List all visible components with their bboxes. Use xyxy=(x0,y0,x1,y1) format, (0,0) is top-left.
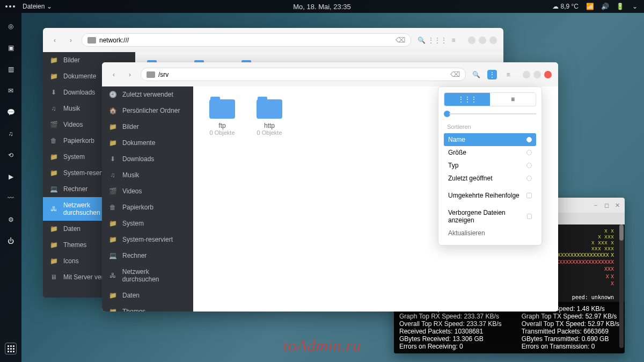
show-hidden-toggle[interactable]: Verborgene Dateien anzeigen xyxy=(444,206,536,227)
sort-option-größe[interactable]: Größe xyxy=(444,146,536,159)
close-button[interactable] xyxy=(544,71,552,78)
sidebar-item-label: Themes xyxy=(122,308,145,312)
nav-forward-button[interactable]: › xyxy=(65,35,76,46)
sort-option-name[interactable]: Name xyxy=(444,133,536,146)
sidebar-item-bilder[interactable]: 📁Bilder xyxy=(102,119,193,135)
sort-option-zuletzt geöffnet[interactable]: Zuletzt geöffnet xyxy=(444,172,536,185)
address-input[interactable] xyxy=(99,37,392,44)
app-menu[interactable]: Dateien ⌄ xyxy=(23,3,52,10)
grid-view-button[interactable]: ⋮⋮⋮ xyxy=(433,35,442,45)
dock-app-music[interactable]: ♫ xyxy=(6,129,16,139)
folder-icon: 📁 xyxy=(49,257,58,265)
clear-icon[interactable]: ⌫ xyxy=(396,36,405,44)
volume-icon[interactable]: 🔊 xyxy=(601,3,609,10)
sidebar-item-themes[interactable]: 📁Themes xyxy=(102,303,193,312)
dock-app-settings[interactable]: ⚙ xyxy=(6,215,16,225)
dock-app-monitor[interactable]: ▥ xyxy=(6,64,16,74)
reverse-order-toggle[interactable]: Umgekehrte Reihenfolge xyxy=(444,189,536,202)
sidebar-item-label: Netzwerk durchsuchen xyxy=(122,268,187,283)
dock-app-chat[interactable]: 💬 xyxy=(6,107,16,117)
minimize-button[interactable] xyxy=(523,71,530,78)
view-icon-button[interactable]: ⋮⋮⋮ xyxy=(444,93,490,106)
terminal-speed: peed: unknown xyxy=(572,294,614,300)
reload-action[interactable]: Aktualisieren xyxy=(444,227,536,240)
app-grid-button[interactable] xyxy=(5,343,17,354)
clock[interactable]: Mo, 18. Mai, 23:35 xyxy=(293,3,351,11)
sidebar-item-netzwerk-durchsuchen[interactable]: 🖧Netzwerk durchsuchen xyxy=(102,264,193,287)
address-bar[interactable]: ⌫ xyxy=(82,33,411,47)
chevron-down-icon: ⌄ xyxy=(47,3,52,10)
sidebar-item-label: Rechner xyxy=(63,185,87,193)
clock-icon: 🕘 xyxy=(108,91,117,98)
sidebar-item-daten[interactable]: 📁Daten xyxy=(102,287,193,303)
folder-icon: 📁 xyxy=(108,139,117,147)
dock-app-browser[interactable]: ◎ xyxy=(6,21,16,31)
nav-back-button[interactable]: ‹ xyxy=(49,35,60,46)
weather-indicator[interactable]: ☁ 8,9 °C xyxy=(552,3,579,10)
sidebar-item-downloads[interactable]: ⬇Downloads xyxy=(102,151,193,167)
menu-button[interactable]: ≡ xyxy=(503,70,513,79)
clear-icon[interactable]: ⌫ xyxy=(450,70,460,78)
sidebar-item-label: Videos xyxy=(63,121,83,128)
address-input[interactable] xyxy=(158,71,447,78)
maximize-button[interactable] xyxy=(533,71,541,78)
search-button[interactable]: 🔍 xyxy=(416,35,426,45)
folder-item[interactable]: ftp0 Objekte xyxy=(209,99,235,299)
sort-option-typ[interactable]: Typ xyxy=(444,159,536,172)
sidebar-item-zuletzt-verwendet[interactable]: 🕘Zuletzt verwendet xyxy=(102,86,193,103)
search-button[interactable]: 🔍 xyxy=(471,70,481,79)
dock-app-power[interactable]: ⏻ xyxy=(6,236,16,246)
sidebar-item-label: System xyxy=(63,153,85,161)
zoom-slider[interactable] xyxy=(444,111,536,117)
sidebar-item-musik[interactable]: ♫Musik xyxy=(102,167,193,183)
folder-icon: 📁 xyxy=(49,153,58,161)
minimize-button[interactable] xyxy=(468,37,475,44)
music-icon: ♫ xyxy=(108,171,117,179)
chevron-down-icon[interactable]: ⌄ xyxy=(631,3,639,10)
sidebar-item-papierkorb[interactable]: 🗑Papierkorb xyxy=(102,199,193,215)
folder-icon: 📁 xyxy=(108,308,117,312)
computer-icon: 💻 xyxy=(49,185,58,193)
dock-app-steam[interactable]: ⟲ xyxy=(6,150,16,160)
maximize-button[interactable]: ◻ xyxy=(603,202,610,208)
sidebar-item-label: Downloads xyxy=(122,155,154,163)
maximize-button[interactable] xyxy=(479,37,486,44)
close-button[interactable]: ✕ xyxy=(614,202,620,208)
files-window-front: ‹ › ⌫ 🔍 ⋮⋮⋮ ≡ 🕘Zuletzt verwendet🏠Persönl… xyxy=(102,62,558,312)
folder-item[interactable]: http0 Objekte xyxy=(257,99,282,299)
menu-button[interactable]: ≡ xyxy=(449,35,458,45)
nav-forward-button[interactable]: › xyxy=(125,69,135,80)
dock: ◎ ▣ ▥ ✉ 💬 ♫ ⟲ ▶ 〰 ⚙ ⏻ xyxy=(0,13,21,362)
folder-icon xyxy=(209,99,235,119)
sidebar-item-system[interactable]: 📁System xyxy=(102,215,193,231)
folder-icon xyxy=(87,37,96,44)
sidebar-item-label: Downloads xyxy=(63,89,95,96)
activities-dots[interactable] xyxy=(5,5,15,8)
scrollbar[interactable] xyxy=(619,225,624,348)
battery-icon[interactable]: 🔋 xyxy=(616,3,624,10)
dock-app-terminal[interactable]: ▣ xyxy=(6,43,16,53)
sidebar-item-persönlicher-ordner[interactable]: 🏠Persönlicher Ordner xyxy=(102,103,193,119)
home-icon: 🏠 xyxy=(108,107,117,114)
sidebar-item-label: Videos xyxy=(122,187,142,195)
download-icon: ⬇ xyxy=(108,155,117,163)
wifi-icon[interactable]: 📶 xyxy=(586,3,594,10)
view-list-button[interactable]: ≡ xyxy=(490,93,536,106)
sidebar-item-label: Daten xyxy=(122,292,140,299)
dock-app-activity[interactable]: 〰 xyxy=(6,193,16,203)
dock-app-play[interactable]: ▶ xyxy=(6,172,16,182)
sidebar-item-dokumente[interactable]: 📁Dokumente xyxy=(102,135,193,151)
sidebar-item-label: Bilder xyxy=(63,56,80,64)
sidebar-item-label: Persönlicher Ordner xyxy=(122,107,180,114)
dock-app-mail[interactable]: ✉ xyxy=(6,86,16,96)
close-button[interactable] xyxy=(489,37,497,44)
sidebar-item-rechner[interactable]: 💻Rechner xyxy=(102,248,193,264)
grid-view-button[interactable]: ⋮⋮⋮ xyxy=(487,70,497,79)
sidebar-item-videos[interactable]: 🎬Videos xyxy=(102,183,193,199)
sidebar-item-label: Bilder xyxy=(122,123,139,131)
nav-back-button[interactable]: ‹ xyxy=(108,69,119,80)
address-bar[interactable]: ⌫ xyxy=(141,68,466,81)
sidebar-item-system-reserviert[interactable]: 📁System-reserviert xyxy=(102,231,193,248)
sidebar-item-label: Papierkorb xyxy=(63,137,94,144)
minimize-button[interactable]: − xyxy=(592,202,599,208)
